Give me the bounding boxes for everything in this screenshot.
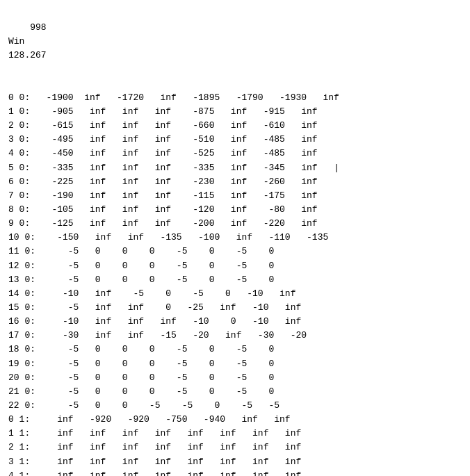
code-line: 9 0: -125 inf inf inf -200 inf -220 inf (8, 217, 462, 231)
code-line: 2 0: -615 inf inf inf -660 inf -610 inf (8, 119, 462, 133)
code-line: 12 0: -5 0 0 0 -5 0 -5 0 (8, 259, 462, 273)
code-line: 3 1: inf inf inf inf inf inf inf inf (8, 455, 462, 469)
header-line1: 998 (30, 22, 46, 33)
code-line: 17 0: -30 inf inf -15 -20 inf -30 -20 (8, 329, 462, 343)
code-line: 10 0: -150 inf inf -135 -100 inf -110 -1… (8, 231, 462, 245)
code-line: 19 0: -5 0 0 0 -5 0 -5 0 (8, 357, 462, 371)
content-area: 998 Win 128.267 0 0: -1900 inf -1720 inf… (8, 7, 462, 476)
header-line3: 128.267 (8, 50, 47, 60)
code-line: 22 0: -5 0 0 -5 -5 0 -5 -5 (8, 399, 462, 413)
code-line: 16 0: -10 inf inf inf -10 0 -10 inf (8, 315, 462, 329)
code-line: 0 1: inf -920 -920 -750 -940 inf inf (8, 413, 462, 427)
code-lines: 0 0: -1900 inf -1720 inf -1895 -1790 -19… (8, 91, 462, 476)
code-line: 3 0: -495 inf inf inf -510 inf -485 inf (8, 133, 462, 147)
code-line: 18 0: -5 0 0 0 -5 0 -5 0 (8, 343, 462, 356)
code-line: 20 0: -5 0 0 0 -5 0 -5 0 (8, 371, 462, 385)
code-line: 7 0: -190 inf inf inf -115 inf -175 inf (8, 189, 462, 203)
code-line: 15 0: -5 inf inf 0 -25 inf -10 inf (8, 301, 462, 315)
code-line: 11 0: -5 0 0 0 -5 0 -5 0 (8, 245, 462, 258)
code-line: 2 1: inf inf inf inf inf inf inf inf (8, 441, 462, 454)
code-line: 14 0: -10 inf -5 0 -5 0 -10 inf (8, 287, 462, 301)
code-line: 5 0: -335 inf inf inf -335 inf -345 inf … (8, 161, 462, 175)
code-block: 998 Win 128.267 (8, 7, 462, 91)
code-line: 21 0: -5 0 0 0 -5 0 -5 0 (8, 385, 462, 399)
code-line: 6 0: -225 inf inf inf -230 inf -260 inf (8, 175, 462, 189)
code-line: 13 0: -5 0 0 0 -5 0 -5 0 (8, 273, 462, 287)
code-line: 8 0: -105 inf inf inf -120 inf -80 inf (8, 203, 462, 217)
code-line: 1 1: inf inf inf inf inf inf inf inf (8, 427, 462, 441)
header-line2: Win (8, 36, 24, 47)
code-line: 0 0: -1900 inf -1720 inf -1895 -1790 -19… (8, 91, 462, 105)
code-line: 1 0: -905 inf inf inf -875 inf -915 inf (8, 105, 462, 119)
code-line: 4 1: inf inf inf inf inf inf inf inf (8, 469, 462, 476)
code-line: 4 0: -450 inf inf inf -525 inf -485 inf (8, 147, 462, 161)
